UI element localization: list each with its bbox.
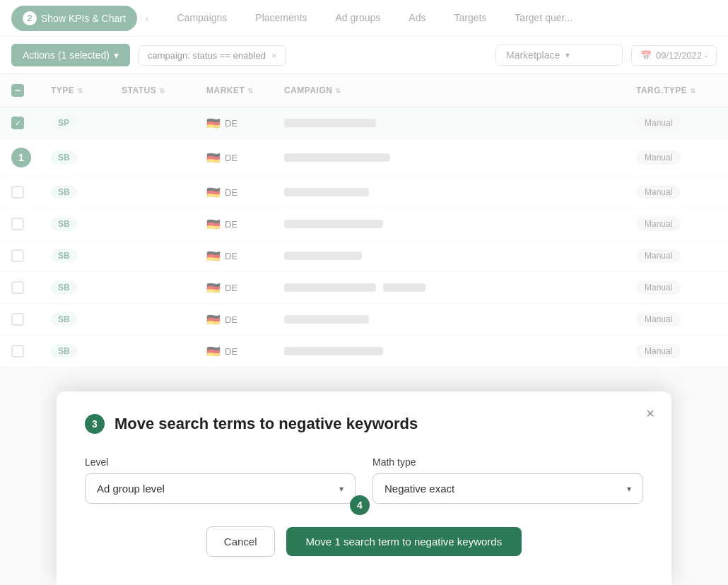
modal-close-button[interactable]: × [646, 406, 654, 422]
level-chevron-icon: ▾ [339, 484, 344, 494]
math-type-field: Math type Negative exact ▾ [372, 456, 643, 504]
level-select[interactable]: Ad group level ▾ [85, 473, 356, 504]
level-label: Level [85, 456, 356, 468]
modal-title: Move search terms to negative keywords [115, 415, 418, 433]
modal-actions: 4 Cancel Move 1 search term to negative … [85, 526, 643, 557]
math-type-value: Negative exact [384, 483, 454, 495]
step-3-badge: 3 [85, 414, 105, 434]
level-field: Level Ad group level ▾ [85, 456, 356, 504]
modal-header: 3 Move search terms to negative keywords [85, 414, 643, 434]
level-value: Ad group level [97, 483, 165, 495]
step-4-badge: 4 [350, 495, 370, 515]
confirm-button[interactable]: Move 1 search term to negative keywords [286, 527, 522, 556]
math-type-label: Math type [372, 456, 643, 468]
math-type-select[interactable]: Negative exact ▾ [372, 473, 643, 504]
modal-dialog: × 3 Move search terms to negative keywor… [57, 391, 671, 585]
cancel-button[interactable]: Cancel [206, 526, 275, 557]
math-type-chevron-icon: ▾ [627, 484, 631, 494]
modal-overlay: × 3 Move search terms to negative keywor… [0, 0, 728, 585]
